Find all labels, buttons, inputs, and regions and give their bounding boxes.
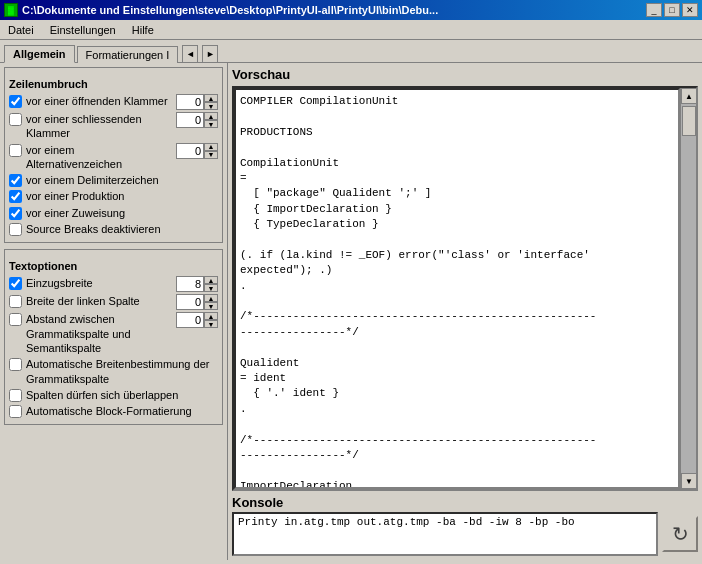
cb-delimiterzeichen-label: vor einem Delimiterzeichen xyxy=(26,173,218,187)
spinner-6-input[interactable] xyxy=(176,312,204,328)
cb-produktion[interactable] xyxy=(9,190,22,203)
cb-linke-spalte[interactable] xyxy=(9,295,22,308)
console-section: Konsole ↻ xyxy=(232,495,698,556)
refresh-icon: ↻ xyxy=(672,522,689,546)
zeilenumbruch-title: Zeilenumbruch xyxy=(9,78,218,90)
zeilenumbruch-section: Zeilenumbruch vor einer öffnenden Klamme… xyxy=(4,67,223,243)
scroll-track[interactable] xyxy=(681,104,696,473)
cb-einzugsbreite-label: Einzugsbreite xyxy=(26,276,172,290)
spinner-2-up[interactable]: ▲ xyxy=(204,112,218,120)
cb-ueberlappen-label: Spalten dürfen sich überlappen xyxy=(26,388,218,402)
cb-source-breaks-label: Source Breaks deaktivieren xyxy=(26,222,218,236)
cb-row-1: vor einer öffnenden Klammer ▲ ▼ xyxy=(9,94,218,110)
cb-schliessende-klammer[interactable] xyxy=(9,113,22,126)
cb-linke-spalte-label: Breite der linken Spalte xyxy=(26,294,172,308)
console-input[interactable] xyxy=(232,512,658,556)
textoptionen-title: Textoptionen xyxy=(9,260,218,272)
cb-row-2: vor einer schliessenden Klammer ▲ ▼ xyxy=(9,112,218,141)
preview-scrollbar[interactable]: ▲ ▼ xyxy=(680,88,696,489)
spinner-1: ▲ ▼ xyxy=(176,94,218,110)
tabbar: Allgemein Formatierungen I ◄ ► xyxy=(0,40,702,62)
left-panel: Zeilenumbruch vor einer öffnenden Klamme… xyxy=(0,63,228,560)
cb-row-3: vor einem Alternativenzeichen ▲ ▼ xyxy=(9,143,218,172)
spinner-3-down[interactable]: ▼ xyxy=(204,151,218,159)
app-icon: ▓ xyxy=(4,3,18,17)
spinner-5: ▲ ▼ xyxy=(176,294,218,310)
cb-auto-breite-label: Automatische Breitenbestimmung der Gramm… xyxy=(26,357,218,386)
tab-allgemein[interactable]: Allgemein xyxy=(4,45,75,63)
spinner-6-up[interactable]: ▲ xyxy=(204,312,218,320)
cb-abstand[interactable] xyxy=(9,313,22,326)
spinner-6-down[interactable]: ▼ xyxy=(204,320,218,328)
cb-row-10: Abstand zwischen Grammatikspalte und Sem… xyxy=(9,312,218,355)
cb-zuweisung[interactable] xyxy=(9,207,22,220)
cb-alternativenzeichen-label: vor einem Alternativenzeichen xyxy=(26,143,172,172)
cb-row-5: vor einer Produktion xyxy=(9,189,218,203)
cb-einzugsbreite[interactable] xyxy=(9,277,22,290)
titlebar-text: C:\Dokumente und Einstellungen\steve\Des… xyxy=(22,4,438,16)
menu-einstellungen[interactable]: Einstellungen xyxy=(46,23,120,37)
spinner-1-buttons: ▲ ▼ xyxy=(204,94,218,110)
spinner-2-buttons: ▲ ▼ xyxy=(204,112,218,128)
spinner-1-down[interactable]: ▼ xyxy=(204,102,218,110)
spinner-5-up[interactable]: ▲ xyxy=(204,294,218,302)
cb-row-4: vor einem Delimiterzeichen xyxy=(9,173,218,187)
spinner-5-buttons: ▲ ▼ xyxy=(204,294,218,310)
menu-hilfe[interactable]: Hilfe xyxy=(128,23,158,37)
spinner-6: ▲ ▼ xyxy=(176,312,218,328)
titlebar-buttons: _ □ ✕ xyxy=(646,3,698,17)
cb-ueberlappen[interactable] xyxy=(9,389,22,402)
run-button[interactable]: ↻ xyxy=(662,516,698,552)
cb-source-breaks[interactable] xyxy=(9,223,22,236)
spinner-1-up[interactable]: ▲ xyxy=(204,94,218,102)
spinner-4-down[interactable]: ▼ xyxy=(204,284,218,292)
console-title: Konsole xyxy=(232,495,698,510)
minimize-button[interactable]: _ xyxy=(646,3,662,17)
maximize-button[interactable]: □ xyxy=(664,3,680,17)
cb-row-6: vor einer Zuweisung xyxy=(9,206,218,220)
cb-row-11: Automatische Breitenbestimmung der Gramm… xyxy=(9,357,218,386)
close-button[interactable]: ✕ xyxy=(682,3,698,17)
cb-oeffnende-klammer[interactable] xyxy=(9,95,22,108)
cb-row-8: Einzugsbreite ▲ ▼ xyxy=(9,276,218,292)
cb-row-13: Automatische Block-Formatierung xyxy=(9,404,218,418)
cb-row-12: Spalten dürfen sich überlappen xyxy=(9,388,218,402)
spinner-4-input[interactable] xyxy=(176,276,204,292)
cb-alternativenzeichen[interactable] xyxy=(9,144,22,157)
spinner-4-buttons: ▲ ▼ xyxy=(204,276,218,292)
menu-datei[interactable]: Datei xyxy=(4,23,38,37)
spinner-5-input[interactable] xyxy=(176,294,204,310)
scroll-down-btn[interactable]: ▼ xyxy=(681,473,697,489)
cb-block-format[interactable] xyxy=(9,405,22,418)
tab-arrow-right[interactable]: ► xyxy=(202,45,218,63)
spinner-3: ▲ ▼ xyxy=(176,143,218,159)
cb-zuweisung-label: vor einer Zuweisung xyxy=(26,206,218,220)
spinner-4-up[interactable]: ▲ xyxy=(204,276,218,284)
scroll-thumb[interactable] xyxy=(682,106,696,136)
preview-text[interactable]: COMPILER CompilationUnit PRODUCTIONS Com… xyxy=(234,88,680,489)
cb-produktion-label: vor einer Produktion xyxy=(26,189,218,203)
cb-schliessende-klammer-label: vor einer schliessenden Klammer xyxy=(26,112,172,141)
cb-abstand-label: Abstand zwischen Grammatikspalte und Sem… xyxy=(26,312,172,355)
cb-row-7: Source Breaks deaktivieren xyxy=(9,222,218,236)
preview-title: Vorschau xyxy=(232,67,698,82)
preview-box: COMPILER CompilationUnit PRODUCTIONS Com… xyxy=(232,86,698,491)
spinner-3-up[interactable]: ▲ xyxy=(204,143,218,151)
scroll-up-btn[interactable]: ▲ xyxy=(681,88,697,104)
right-panel: Vorschau COMPILER CompilationUnit PRODUC… xyxy=(228,63,702,560)
spinner-6-buttons: ▲ ▼ xyxy=(204,312,218,328)
cb-row-9: Breite der linken Spalte ▲ ▼ xyxy=(9,294,218,310)
tab-arrow-left[interactable]: ◄ xyxy=(182,45,198,63)
cb-delimiterzeichen[interactable] xyxy=(9,174,22,187)
cb-auto-breite[interactable] xyxy=(9,358,22,371)
spinner-2-input[interactable] xyxy=(176,112,204,128)
tab-formatierungen[interactable]: Formatierungen I xyxy=(77,46,179,63)
spinner-4: ▲ ▼ xyxy=(176,276,218,292)
titlebar: ▓ C:\Dokumente und Einstellungen\steve\D… xyxy=(0,0,702,20)
spinner-3-input[interactable] xyxy=(176,143,204,159)
spinner-1-input[interactable] xyxy=(176,94,204,110)
cb-oeffnende-klammer-label: vor einer öffnenden Klammer xyxy=(26,94,172,108)
spinner-5-down[interactable]: ▼ xyxy=(204,302,218,310)
spinner-3-buttons: ▲ ▼ xyxy=(204,143,218,159)
spinner-2-down[interactable]: ▼ xyxy=(204,120,218,128)
